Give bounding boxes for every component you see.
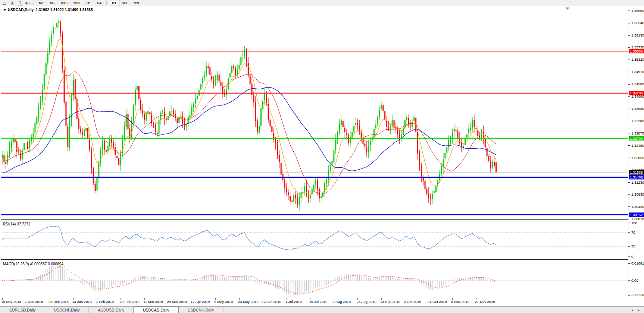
date-label: 7 Dec 2018 xyxy=(25,300,43,304)
svg-text:1.32460: 1.32460 xyxy=(631,143,644,148)
timeframe-button-m30[interactable]: M30 xyxy=(71,0,83,6)
date-label: 24 May 2019 xyxy=(238,300,259,304)
date-label: 19 Jul 2019 xyxy=(309,300,327,304)
date-axis: 19 Nov 20187 Dec 201826 Dec 201814 Jan 2… xyxy=(0,298,644,306)
date-label: 29 Mar 2019 xyxy=(167,300,187,304)
macd-histogram xyxy=(2,263,496,295)
svg-text:1.31405: 1.31405 xyxy=(630,175,643,179)
date-label: 13 Sep 2019 xyxy=(380,300,400,304)
price-tag-resistance-1: 1.35606 xyxy=(629,49,644,53)
price-tag-support-1: 1.31405 xyxy=(629,175,644,179)
price-tag-support-2: 1.30152 xyxy=(629,212,644,217)
candles-layer xyxy=(2,19,497,211)
svg-text:1.30420: 1.30420 xyxy=(631,205,644,209)
macd-panel-border xyxy=(1,261,628,298)
date-label: 27 Nov 2019 xyxy=(475,300,495,304)
svg-text:0.010615: 0.010615 xyxy=(631,261,644,265)
chart-canvas[interactable]: 1.369501.365401.361301.357301.353201.349… xyxy=(0,6,644,298)
chart-area[interactable]: 1.369501.365401.361301.357301.353201.349… xyxy=(0,6,644,298)
timeframe-button-h4[interactable]: H4 xyxy=(94,0,104,6)
date-label: 20 Feb 2019 xyxy=(119,300,139,304)
date-label: 7 Aug 2019 xyxy=(333,300,351,304)
svg-text:1.35730: 1.35730 xyxy=(631,45,644,49)
timeframe-button-d1[interactable]: D1 xyxy=(109,0,119,6)
symbol-tab-bar: EURUSD,DailyUSDCHF,DailyAUDUSD,DailyUSDC… xyxy=(0,306,644,313)
date-label: 12 Jun 2019 xyxy=(262,300,281,304)
text-label-icon[interactable]: T xyxy=(17,0,24,6)
timeframe-button-m15[interactable]: M15 xyxy=(57,0,70,6)
svg-text:1.34500: 1.34500 xyxy=(631,82,644,86)
timeframe-button-h1[interactable]: H1 xyxy=(83,0,94,6)
price-tag-pivot-green: 1.32700 xyxy=(629,136,644,140)
main-panel xyxy=(1,7,628,215)
svg-text:1.35320: 1.35320 xyxy=(631,57,644,61)
svg-text:1.32700: 1.32700 xyxy=(630,136,643,140)
svg-text:30: 30 xyxy=(631,244,635,248)
svg-text:1.36950: 1.36950 xyxy=(631,9,644,13)
macd-panel xyxy=(1,263,628,295)
svg-text:1.30830: 1.30830 xyxy=(631,192,644,196)
svg-text:1.34206: 1.34206 xyxy=(630,91,643,95)
current-price-tag: 1.31565 xyxy=(629,170,644,175)
svg-text:100: 100 xyxy=(631,221,637,225)
tab-scroll-right-icon[interactable]: ► xyxy=(637,309,640,312)
symbol-tab-audusd[interactable]: AUDUSD,Daily xyxy=(89,307,134,313)
date-label: 6 May 2019 xyxy=(214,300,233,304)
date-label: 19 Nov 2018 xyxy=(1,300,21,304)
date-label: 1 Jul 2019 xyxy=(285,300,302,304)
date-label: 26 Dec 2018 xyxy=(49,300,69,304)
svg-text:1.30010: 1.30010 xyxy=(631,217,644,221)
timeframe-button-group: M1M5M15M30H1H4D1W1MN xyxy=(36,0,142,6)
date-label: 8 Nov 2019 xyxy=(451,300,469,304)
ma-fast-line xyxy=(2,38,496,194)
date-label: 1 Feb 2019 xyxy=(96,300,114,304)
symbol-tab-usdcad[interactable]: USDCAD,Daily xyxy=(134,306,179,313)
date-label: 14 Jan 2019 xyxy=(72,300,91,304)
svg-text:1.34910: 1.34910 xyxy=(631,70,644,74)
svg-text:1.32050: 1.32050 xyxy=(631,156,644,160)
rsi-panel-border xyxy=(1,221,628,260)
svg-text:1.30152: 1.30152 xyxy=(630,213,643,217)
symbol-tab-usdcnh[interactable]: USDCNH,Daily xyxy=(179,307,223,313)
price-tag-resistance-2: 1.34206 xyxy=(629,91,644,95)
date-label: 2 Oct 2019 xyxy=(404,300,421,304)
svg-text:1.36540: 1.36540 xyxy=(631,21,644,25)
svg-text:1.31565: 1.31565 xyxy=(630,170,643,174)
svg-text:1.33680: 1.33680 xyxy=(631,107,644,111)
timeframe-button-mn[interactable]: MN xyxy=(131,0,142,6)
svg-text:1.32870: 1.32870 xyxy=(631,131,644,135)
svg-text:1.35606: 1.35606 xyxy=(630,49,643,53)
top-toolbar: ▤ A T ❖▼ M1M5M15M30H1H4D1W1MN xyxy=(0,0,644,6)
chart-shift-marker-icon[interactable] xyxy=(566,7,569,10)
svg-text:0: 0 xyxy=(631,254,633,259)
symbol-tab-eurusd[interactable]: EURUSD,Daily xyxy=(0,307,45,313)
svg-text:-0.009181: -0.009181 xyxy=(631,293,644,297)
timeframe-button-m1[interactable]: M1 xyxy=(36,0,47,6)
svg-text:0.00: 0.00 xyxy=(631,278,638,282)
date-label: 26 Aug 2019 xyxy=(356,300,376,304)
timeframe-button-w1[interactable]: W1 xyxy=(119,0,131,6)
svg-text:1.31230: 1.31230 xyxy=(631,180,644,184)
svg-text:1.36130: 1.36130 xyxy=(631,33,644,37)
svg-text:70: 70 xyxy=(631,230,635,234)
timeframe-button-m5[interactable]: M5 xyxy=(47,0,57,6)
chart-window-icon[interactable]: ▤ xyxy=(1,0,8,6)
cursor-a-icon[interactable]: A xyxy=(9,0,16,6)
toolbar-separator xyxy=(106,1,107,5)
svg-text:1.33280: 1.33280 xyxy=(631,119,644,123)
macd-signal-line xyxy=(2,266,496,294)
tab-scroll-left-icon[interactable]: ◄ xyxy=(631,309,634,312)
symbol-tab-usdchf[interactable]: USDCHF,Daily xyxy=(45,307,89,313)
date-label: 11 Mar 2019 xyxy=(143,300,163,304)
indicators-icon[interactable]: ❖▼ xyxy=(25,0,31,6)
date-label: 21 Oct 2019 xyxy=(428,300,447,304)
date-label: 17 Apr 2019 xyxy=(191,300,210,304)
ma-mid-line xyxy=(2,72,496,194)
chevron-down-icon: ▼ xyxy=(29,2,31,4)
ma-slow-line xyxy=(2,87,496,173)
rsi-line xyxy=(2,226,496,250)
toolbar-separator xyxy=(33,1,34,5)
rsi-panel xyxy=(1,226,628,250)
